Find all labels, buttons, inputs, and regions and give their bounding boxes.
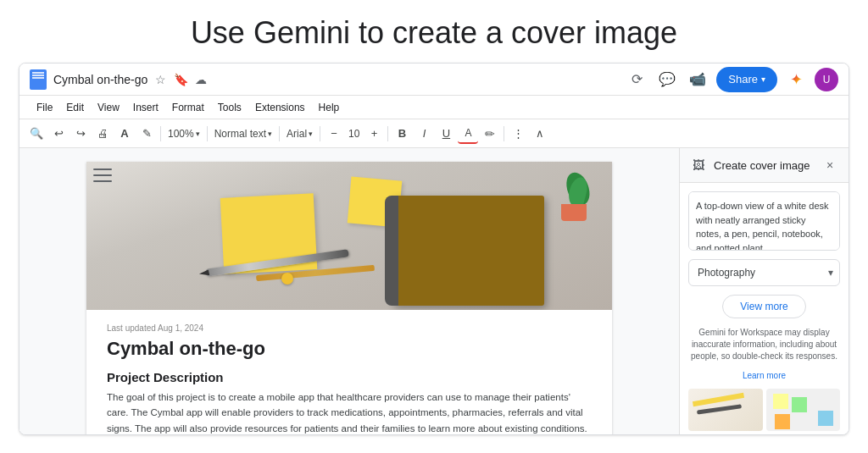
menu-tools[interactable]: Tools	[211, 99, 248, 116]
title-bar: Cymbal on-the-go ☆ 🔖 ☁ ⟳ 💬 📹 Share ▾ ✦ U	[19, 64, 849, 96]
toolbar-separator-3	[279, 126, 280, 141]
more-options-button[interactable]: ⋮	[508, 124, 528, 144]
share-label: Share	[728, 73, 758, 86]
panel-body: Photography Illustration Watercolor Abst…	[680, 183, 849, 434]
toolbar-separator-5	[387, 126, 388, 141]
plant-pot	[561, 204, 587, 221]
menu-insert[interactable]: Insert	[126, 99, 165, 116]
font-size-value: 10	[346, 128, 362, 140]
highlight-button[interactable]: ✏	[480, 124, 500, 144]
toolbar-separator-2	[207, 126, 208, 141]
pen-tip	[198, 269, 209, 277]
section-heading: Project Description	[107, 370, 592, 384]
share-chevron-icon: ▾	[761, 75, 765, 84]
hamburger-line	[93, 180, 112, 182]
hamburger-line	[93, 174, 112, 176]
spellcheck-button[interactable]: A	[114, 124, 135, 144]
hamburger-line	[93, 168, 112, 170]
main-area: Last updated Aug 1, 2024 Cymbal on-the-g…	[19, 148, 849, 434]
style-select-wrapper: Photography Illustration Watercolor Abst…	[688, 259, 840, 286]
bold-button[interactable]: B	[392, 124, 412, 144]
menu-file[interactable]: File	[30, 99, 59, 116]
cover-image	[86, 162, 612, 310]
app-window: Cymbal on-the-go ☆ 🔖 ☁ ⟳ 💬 📹 Share ▾ ✦ U…	[19, 63, 849, 435]
font-select[interactable]: Arial ▾	[283, 124, 316, 144]
search-toolbar-icon[interactable]: 🔍	[26, 124, 47, 144]
thumbnail-1[interactable]	[688, 389, 763, 431]
title-icons: ☆ 🔖 ☁	[153, 72, 209, 87]
document-area: Last updated Aug 1, 2024 Cymbal on-the-g…	[19, 148, 679, 434]
user-avatar[interactable]: U	[815, 68, 838, 91]
hamburger-menu-button[interactable]	[93, 168, 112, 182]
chat-icon[interactable]: 💬	[655, 68, 679, 91]
potted-plant	[553, 162, 595, 221]
font-color-button[interactable]: A	[458, 124, 478, 144]
redo-button[interactable]: ↪	[70, 124, 91, 144]
side-panel: 🖼 Create cover image × Photography Illus…	[679, 148, 849, 434]
panel-close-button[interactable]: ×	[821, 157, 838, 174]
video-icon[interactable]: 📹	[686, 68, 709, 91]
style-select-dropdown[interactable]: Photography Illustration Watercolor Abst…	[688, 259, 840, 286]
panel-title: Create cover image	[714, 159, 821, 172]
history-icon[interactable]: ⟳	[625, 68, 648, 91]
last-updated-text: Last updated Aug 1, 2024	[107, 323, 592, 333]
italic-button[interactable]: I	[414, 124, 434, 144]
font-size-decrease-button[interactable]: −	[324, 124, 344, 144]
style-chevron-icon: ▾	[268, 130, 272, 138]
star-icon[interactable]: ☆	[153, 72, 168, 87]
bookmark-icon[interactable]: 🔖	[173, 72, 188, 87]
undo-button[interactable]: ↩	[48, 124, 69, 144]
header-right: ⟳ 💬 📹 Share ▾ ✦ U	[625, 67, 838, 92]
document-title: Cymbal on-the-go	[53, 73, 147, 86]
thumbnail-2[interactable]	[766, 389, 841, 431]
notebook-spiral	[385, 196, 398, 306]
prompt-textarea[interactable]	[688, 191, 840, 251]
document-page: Last updated Aug 1, 2024 Cymbal on-the-g…	[86, 162, 612, 434]
menu-view[interactable]: View	[91, 99, 126, 116]
toolbar-separator-6	[504, 126, 504, 141]
style-select[interactable]: Normal text ▾	[211, 124, 275, 144]
menu-edit[interactable]: Edit	[59, 99, 91, 116]
menu-bar: File Edit View Insert Format Tools Exten…	[19, 96, 849, 119]
toolbar: 🔍 ↩ ↪ 🖨 A ✎ 100% ▾ Normal text ▾ Arial ▾…	[19, 119, 849, 148]
gemini-button[interactable]: ✦	[784, 68, 808, 91]
font-size-increase-button[interactable]: +	[364, 124, 384, 144]
panel-header: 🖼 Create cover image ×	[680, 148, 849, 183]
underline-button[interactable]: U	[436, 124, 456, 144]
share-button[interactable]: Share ▾	[716, 67, 777, 92]
zoom-chevron-icon: ▾	[196, 130, 200, 138]
learn-more-link[interactable]: Learn more	[688, 371, 840, 380]
disclaimer-text: Gemini for Workspace may display inaccur…	[688, 327, 840, 362]
document-content: Last updated Aug 1, 2024 Cymbal on-the-g…	[86, 310, 612, 434]
gemini-star-icon: ✦	[790, 70, 803, 89]
document-body: The goal of this project is to create a …	[107, 389, 592, 434]
font-chevron-icon: ▾	[309, 130, 313, 138]
thumbnails-grid	[688, 389, 840, 434]
page-title: Use Gemini to create a cover image	[0, 15, 868, 51]
menu-format[interactable]: Format	[165, 99, 211, 116]
view-more-button[interactable]: View more	[722, 295, 805, 318]
docs-icon	[30, 69, 47, 90]
toolbar-separator-1	[160, 126, 161, 141]
document-heading: Cymbal on-the-go	[107, 338, 592, 360]
toolbar-collapse-icon[interactable]: ∧	[530, 124, 550, 144]
paint-format-button[interactable]: ✎	[136, 124, 157, 144]
desk-background	[86, 162, 612, 310]
menu-help[interactable]: Help	[312, 99, 347, 116]
thumbtack	[281, 273, 293, 285]
print-button[interactable]: 🖨	[92, 124, 113, 144]
zoom-select[interactable]: 100% ▾	[164, 124, 203, 144]
panel-image-icon: 🖼	[690, 157, 707, 174]
toolbar-separator-4	[320, 126, 320, 141]
notebook	[392, 196, 544, 306]
cloud-icon[interactable]: ☁	[193, 72, 209, 87]
menu-extensions[interactable]: Extensions	[248, 99, 312, 116]
